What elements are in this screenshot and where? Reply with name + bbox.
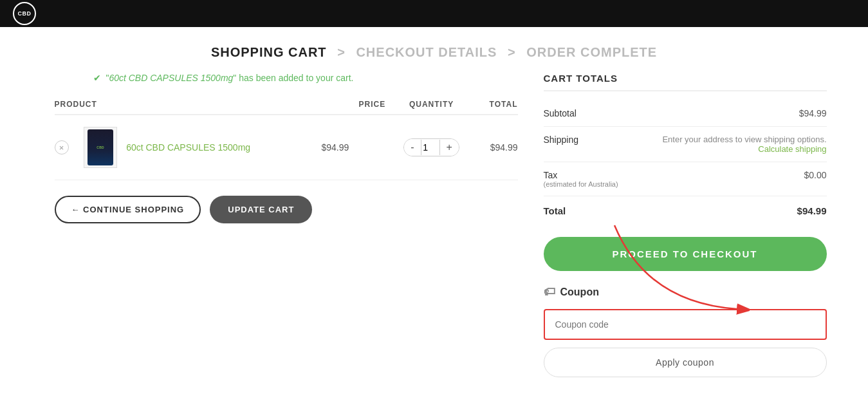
header: CBD <box>0 0 868 27</box>
col-product: PRODUCT <box>55 95 322 115</box>
cart-totals-section: CART TOTALS Subtotal $94.99 Shipping Ent… <box>544 73 827 377</box>
shipping-message: Enter your address to view shipping opti… <box>662 135 826 144</box>
total-value: $94.99 <box>797 205 827 216</box>
product-quantity-cell: - + <box>385 115 477 180</box>
qty-increase-button[interactable]: + <box>440 139 459 156</box>
qty-decrease-button[interactable]: - <box>404 139 420 156</box>
cart-totals-title: CART TOTALS <box>544 73 827 91</box>
arrow-container <box>544 309 827 340</box>
product-total: $94.99 <box>477 115 518 180</box>
coupon-section: 🏷 Coupon Apply coupon <box>544 285 827 377</box>
cart-table: PRODUCT PRICE QUANTITY TOTAL × <box>55 95 518 180</box>
coupon-title-text: Coupon <box>560 286 599 298</box>
remove-item-button[interactable]: × <box>55 140 69 154</box>
subtotal-label: Subtotal <box>544 108 577 118</box>
check-icon: ✔ <box>93 73 101 83</box>
quantity-control: - + <box>403 138 459 156</box>
product-name-link[interactable]: 60ct CBD CAPSULES 1500mg <box>126 142 250 153</box>
cart-buttons: ← CONTINUE SHOPPING UPDATE CART <box>55 196 518 223</box>
shipping-value: Enter your address to view shipping opti… <box>662 135 826 154</box>
product-cell: CBD 60ct CBD CAPSULES 1500mg <box>84 127 321 168</box>
shipping-row: Shipping Enter your address to view ship… <box>544 127 827 162</box>
col-price: PRICE <box>321 95 385 115</box>
breadcrumb-sep2: > <box>508 45 516 59</box>
product-image-inner: CBD <box>88 129 113 165</box>
breadcrumb-step3: ORDER COMPLETE <box>526 45 657 59</box>
product-image-label: CBD <box>97 145 104 149</box>
breadcrumb-step2: CHECKOUT DETAILS <box>356 45 497 59</box>
cart-section: ✔ "60ct CBD CAPSULES 1500mg" has been ad… <box>55 73 518 377</box>
subtotal-value: $94.99 <box>799 108 827 118</box>
breadcrumb-sep1: > <box>337 45 346 59</box>
tax-label: Tax <box>544 170 618 180</box>
apply-coupon-button[interactable]: Apply coupon <box>544 348 827 377</box>
table-row: × CBD 60ct CBD CAPSULES 1500mg $94. <box>55 115 518 180</box>
calculate-shipping-link[interactable]: Calculate shipping <box>662 144 826 154</box>
col-total: TOTAL <box>477 95 518 115</box>
tax-label-group: Tax (estimated for Australia) <box>544 170 618 188</box>
tax-note: (estimated for Australia) <box>544 180 618 188</box>
breadcrumb: SHOPPING CART > CHECKOUT DETAILS > ORDER… <box>0 27 868 73</box>
breadcrumb-step1: SHOPPING CART <box>211 45 327 59</box>
main-container: ✔ "60ct CBD CAPSULES 1500mg" has been ad… <box>16 73 853 403</box>
total-label: Total <box>544 205 566 216</box>
quantity-input[interactable] <box>421 140 440 155</box>
update-cart-button[interactable]: UPDATE CART <box>210 196 312 223</box>
col-quantity: QUANTITY <box>385 95 477 115</box>
tax-value: $0.00 <box>804 170 826 180</box>
subtotal-row: Subtotal $94.99 <box>544 100 827 127</box>
logo: CBD <box>13 2 36 25</box>
success-text-suffix: " has been added to your cart. <box>233 73 353 83</box>
tax-row: Tax (estimated for Australia) $0.00 <box>544 162 827 196</box>
product-price: $94.99 <box>321 115 385 180</box>
added-product-name: 60ct CBD CAPSULES 1500mg <box>109 73 233 83</box>
red-arrow <box>608 219 750 315</box>
success-message: ✔ "60ct CBD CAPSULES 1500mg" has been ad… <box>55 73 518 83</box>
product-image: CBD <box>84 127 117 168</box>
coupon-icon: 🏷 <box>544 285 555 299</box>
shipping-label: Shipping <box>544 135 579 145</box>
continue-shopping-button[interactable]: ← CONTINUE SHOPPING <box>55 196 201 223</box>
